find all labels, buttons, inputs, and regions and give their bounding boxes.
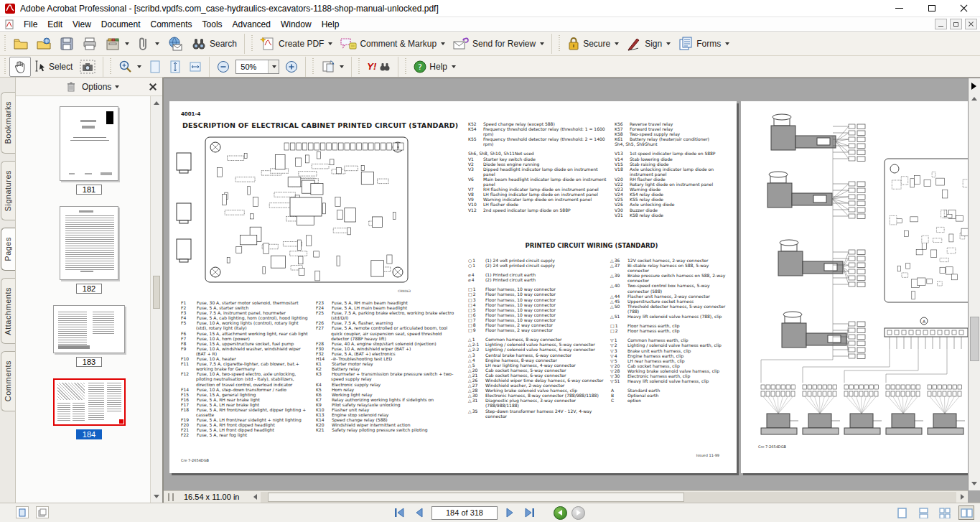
sidebar-tab-bookmarks[interactable]: Bookmarks [1,92,15,154]
toolbar-grip[interactable] [403,58,408,75]
zoom-level-combobox[interactable]: 50% [235,60,279,74]
zoom-level-value[interactable]: 50% [236,62,268,71]
scroll-down-button[interactable] [152,492,161,500]
first-page-button[interactable] [391,505,407,521]
sign-dropdown[interactable]: Sign [622,34,674,54]
relay-list-column-4: K56Reverse travel relayK57Forward travel… [615,121,728,218]
relay-item: K55Frequency threshold detector relay (t… [468,136,610,146]
single-page-view-button[interactable] [894,505,910,520]
thumbnail-scrollbar[interactable] [150,96,162,503]
menu-item[interactable]: Advanced [228,18,276,31]
relay-item: Sh4, Sh5, Sh9Shunt [615,141,728,146]
fit-width-button[interactable] [185,57,205,77]
sidebar-tab-signatures[interactable]: Signatures [1,161,15,221]
toolbar-grip[interactable] [108,58,113,75]
scrollbar-thumb[interactable] [970,317,979,361]
menu-item[interactable]: File [19,18,42,31]
previous-page-button[interactable] [411,505,427,521]
open-button[interactable] [9,34,32,54]
close-panel-button[interactable] [149,83,157,90]
page-number-input[interactable]: 184 of 318 [431,506,498,520]
create-pdf-dropdown[interactable]: Create PDF [256,34,336,54]
scroll-right-button[interactable] [956,492,968,503]
zoom-in-button[interactable] [281,57,302,77]
toolbar-grip[interactable] [3,35,7,52]
print-button[interactable] [78,34,101,54]
sidebar-tab-attachments[interactable]: Attachments [1,278,15,345]
last-page-button[interactable] [522,505,538,521]
secure-dropdown[interactable]: Secure [564,34,622,54]
help-dropdown[interactable]: ? Help [410,57,459,77]
menu-item[interactable]: Tools [197,18,228,31]
yahoo-search-button[interactable]: Y! [363,57,394,77]
menu-item[interactable]: Edit [42,18,67,31]
menu-item[interactable]: View [67,18,96,31]
select-tool-button[interactable]: Select [31,57,76,77]
fit-page-button[interactable] [165,57,185,77]
email-button[interactable] [163,34,187,54]
wiring-item: △35Step-down transformer harness 24V - 1… [468,409,608,419]
thumbnail-183[interactable]: 183 [53,305,125,367]
scroll-down-button[interactable] [970,479,979,488]
scroll-up-button[interactable] [152,98,161,107]
trash-icon[interactable] [66,81,76,92]
minimize-button[interactable] [883,0,915,17]
page-size-label: 16.54 x 11.00 in [184,493,239,501]
zoom-out-button[interactable] [213,57,233,77]
status-layers-icon[interactable] [36,506,49,518]
status-doc-icon[interactable] [16,506,29,518]
toolbar-grip[interactable] [357,58,361,75]
toolbar-grip[interactable] [557,35,561,52]
close-button[interactable] [948,0,980,17]
maximize-button[interactable] [915,0,948,17]
send-for-review-dropdown[interactable]: Send for Review [449,34,548,54]
comment-markup-dropdown[interactable]: Comment & Markup [336,34,449,54]
menu-item[interactable]: Window [276,18,317,31]
forms-dropdown[interactable]: Forms [674,34,733,54]
vertical-scrollbar[interactable] [968,78,980,490]
snapshot-tool-button[interactable] [76,57,99,77]
doc-restore-button[interactable] [950,19,962,29]
scrollbar-thumb[interactable] [268,493,684,502]
splitter-arrow-icon[interactable] [971,83,976,90]
svg-text:?: ? [418,62,422,72]
save-button[interactable] [55,34,78,54]
scroll-left-button[interactable] [249,492,261,503]
hand-tool-button[interactable] [9,57,31,77]
menu-item[interactable]: Document [96,18,146,31]
menu-item[interactable]: Help [317,18,345,31]
horizontal-scrollbar[interactable] [261,492,956,503]
continuous-view-button[interactable] [915,505,931,520]
zoom-dropdown-button[interactable] [268,60,279,73]
relay-item: V31K58 relay diode [615,213,728,218]
facing-view-button[interactable] [958,505,974,520]
doc-close-button[interactable] [965,19,977,29]
organizer-button[interactable] [32,34,55,54]
thumbnail-182[interactable]: 182 [60,206,118,294]
continuous-facing-view-button[interactable] [937,505,953,520]
actual-size-button[interactable] [145,57,165,77]
sidebar-tab-pages[interactable]: Pages [1,228,15,271]
attach-file-dropdown[interactable] [133,34,163,54]
thumbnail-181[interactable]: 181 [60,106,118,195]
rotate-pages-dropdown[interactable] [317,57,347,77]
toolbar-grip[interactable] [311,58,315,75]
scroll-up-button[interactable] [970,94,979,103]
wiring-item: □5Floor harness, 10 way connector [468,307,608,312]
pane-splitter-handle[interactable] [168,493,174,501]
options-menu-button[interactable]: Options [82,82,119,92]
previous-view-button[interactable] [554,506,567,520]
zoom-tool-dropdown[interactable] [115,57,145,77]
doc-minimize-button[interactable] [935,19,947,29]
document-pane[interactable]: 4001-4 DESCRIPTION OF ELECTRICAL CABINET… [164,78,980,503]
next-page-button[interactable] [502,505,518,521]
file-drawer-dropdown[interactable] [101,34,133,54]
thumbnail-184-selected[interactable]: 184 [53,378,126,439]
toolbar-grip[interactable] [3,58,7,75]
scrollbar-thumb[interactable] [153,276,160,309]
menu-item[interactable]: Comments [146,18,197,31]
search-button[interactable]: Search [187,34,241,54]
sidebar-tab-comments[interactable]: Comments [1,351,15,411]
toolbar-grip[interactable] [250,35,254,52]
next-view-button[interactable] [571,506,585,520]
